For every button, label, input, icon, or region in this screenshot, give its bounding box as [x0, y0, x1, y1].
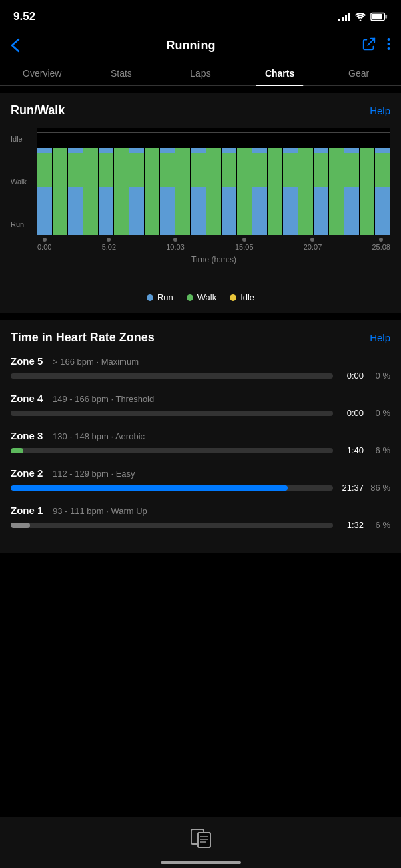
home-indicator	[161, 861, 241, 864]
zone-pct-4: 6 %	[369, 520, 390, 530]
bar-walk-4	[99, 153, 113, 187]
bar-walk-17	[298, 148, 313, 235]
zone-pct-3: 86 %	[369, 483, 390, 493]
tab-stats[interactable]: Stats	[82, 61, 161, 85]
zone-desc-4: 93 - 111 bpm · Warm Up	[53, 506, 147, 516]
bar-group-1	[53, 142, 68, 235]
bar-walk-2	[68, 153, 83, 187]
zone-row-3: Zone 2 112 - 129 bpm · Easy 21:37 86 %	[11, 467, 390, 493]
tab-charts[interactable]: Charts	[240, 61, 320, 85]
zone-bar-row-3: 21:37 86 %	[11, 483, 390, 493]
bar-group-2	[68, 142, 83, 235]
signal-icon	[338, 12, 350, 21]
x-label-3: 15:05	[235, 243, 254, 251]
documents-icon[interactable]	[189, 825, 213, 852]
chart-area	[37, 128, 390, 235]
idle-line	[37, 132, 390, 133]
bar-walk-11	[206, 148, 221, 235]
x-tick-4: 20:07	[304, 238, 322, 251]
zone-time-4: 1:32	[338, 520, 364, 530]
zone-bar-fill-3	[11, 485, 288, 491]
zone-desc-1: 149 - 166 bpm · Threshold	[53, 394, 154, 404]
zone-time-3: 21:37	[338, 483, 364, 493]
bar-group-3	[83, 142, 99, 235]
battery-icon	[370, 12, 388, 21]
run-walk-help[interactable]: Help	[370, 105, 390, 116]
zone-bar-bg-2	[11, 448, 333, 453]
svg-point-0	[360, 20, 362, 22]
zone-time-1: 0:00	[338, 408, 364, 418]
zone-info-1: Zone 4 149 - 166 bpm · Threshold	[11, 393, 390, 404]
x-tick-2: 10:03	[166, 238, 185, 251]
zone-bar-row-2: 1:40 6 %	[11, 445, 390, 455]
tab-laps[interactable]: Laps	[161, 61, 240, 85]
zone-row-4: Zone 1 93 - 111 bpm · Warm Up 1:32 6 %	[11, 505, 390, 530]
heart-rate-help[interactable]: Help	[370, 332, 390, 343]
bar-group-7	[145, 142, 160, 235]
svg-point-6	[387, 47, 390, 50]
bar-group-20	[344, 142, 360, 235]
zone-name-3: Zone 2	[11, 467, 47, 479]
run-dot	[147, 294, 153, 301]
x-label-5: 25:08	[372, 243, 390, 251]
zone-bar-fill-2	[11, 448, 23, 453]
nav-header: Running	[0, 29, 401, 61]
bar-walk-21	[360, 148, 374, 235]
status-bar: 9.52	[0, 0, 401, 29]
zone-pct-2: 6 %	[369, 445, 390, 455]
zone-bar-row-1: 0:00 0 %	[11, 408, 390, 418]
zone-time-2: 1:40	[338, 445, 364, 455]
legend-idle-label: Idle	[240, 292, 254, 302]
zone-name-4: Zone 1	[11, 505, 47, 516]
x-dot-2	[173, 238, 177, 242]
x-label-1: 5:02	[102, 243, 116, 251]
zone-desc-3: 112 - 129 bpm · Easy	[53, 469, 135, 479]
x-label-4: 20:07	[304, 243, 322, 251]
bar-walk-19	[329, 148, 344, 235]
bar-group-5	[114, 142, 129, 235]
bar-walk-20	[344, 153, 359, 187]
bar-group-0	[37, 142, 53, 235]
bar-group-4	[99, 142, 114, 235]
svg-rect-8	[198, 833, 210, 847]
zone-name-2: Zone 3	[11, 430, 47, 441]
bar-walk-12	[222, 153, 236, 187]
bar-group-15	[268, 142, 283, 235]
zone-time-0: 0:00	[338, 371, 364, 381]
x-label-0: 0:00	[37, 243, 51, 251]
tab-gear[interactable]: Gear	[319, 61, 398, 85]
run-walk-section: Run/Walk Help Idle Walk Run 0:00 5:02	[0, 93, 401, 313]
tab-overview[interactable]: Overview	[3, 61, 82, 85]
status-icons	[338, 12, 388, 21]
bar-group-17	[298, 142, 314, 235]
svg-point-5	[387, 43, 390, 45]
bar-walk-22	[375, 153, 390, 187]
chart-bars	[37, 128, 390, 235]
zone-info-2: Zone 3 130 - 148 bpm · Aerobic	[11, 430, 390, 441]
bar-group-18	[314, 142, 329, 235]
x-dot-5	[379, 238, 383, 242]
x-tick-5: 25:08	[372, 238, 390, 251]
bar-group-13	[237, 142, 252, 235]
status-time: 9.52	[13, 10, 35, 23]
bar-walk-1	[53, 148, 67, 235]
x-dot-3	[242, 238, 246, 242]
bar-walk-10	[191, 153, 206, 187]
bar-walk-6	[129, 153, 144, 187]
zone-bar-bg-0	[11, 373, 333, 379]
bar-group-19	[329, 142, 344, 235]
share-button[interactable]	[362, 37, 376, 55]
more-button[interactable]	[387, 37, 390, 55]
x-tick-1: 5:02	[102, 238, 116, 251]
y-label-idle: Idle	[11, 135, 27, 143]
heart-rate-title: Time in Heart Rate Zones	[11, 331, 155, 345]
bottom-tab-bar	[0, 817, 401, 868]
bar-walk-5	[114, 148, 129, 235]
x-dot-4	[310, 238, 314, 242]
back-button[interactable]	[11, 38, 20, 53]
bar-group-12	[222, 142, 237, 235]
walk-dot	[187, 294, 193, 301]
y-label-run: Run	[11, 220, 27, 228]
zone-pct-1: 0 %	[369, 408, 390, 418]
zone-row-0: Zone 5 > 166 bpm · Maximum 0:00 0 %	[11, 355, 390, 381]
